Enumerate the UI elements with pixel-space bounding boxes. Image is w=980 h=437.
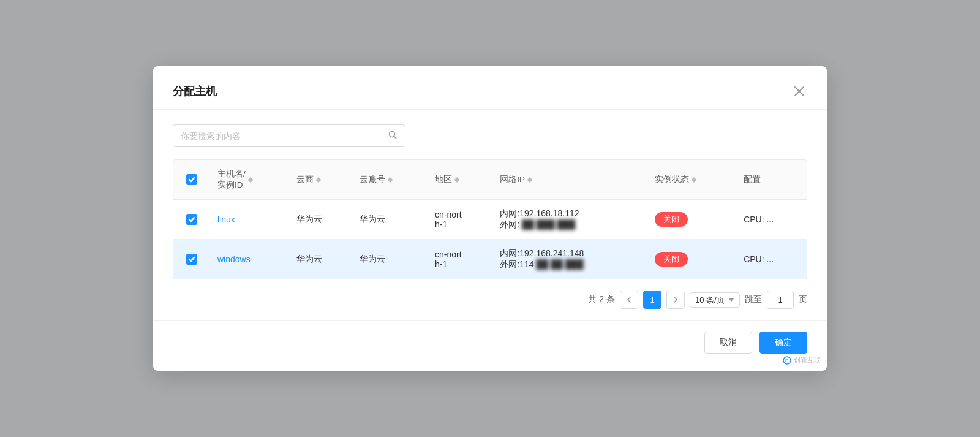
search-input[interactable] bbox=[181, 131, 388, 141]
jump-input[interactable] bbox=[767, 291, 794, 309]
next-page-button[interactable] bbox=[666, 291, 685, 309]
page-1-button[interactable]: 1 bbox=[643, 291, 662, 309]
total-label: 共 2 条 bbox=[588, 294, 615, 305]
row-checkbox-1[interactable] bbox=[186, 214, 197, 225]
sort-region-icon[interactable] bbox=[454, 177, 459, 183]
sort-hostname-icon[interactable] bbox=[248, 177, 253, 183]
th-cloud-account: 云账号 bbox=[352, 160, 428, 200]
td-vendor-2: 华为云 bbox=[289, 240, 353, 279]
status-badge-1: 关闭 bbox=[655, 212, 688, 227]
th-cloud-vendor: 云商 bbox=[289, 160, 353, 200]
td-checkbox-1 bbox=[173, 200, 210, 240]
td-ip-1: 内网:192.168.18.112 外网: ██ ███ ███ bbox=[492, 200, 647, 240]
th-config: 配置 bbox=[736, 160, 807, 200]
th-hostname: 主机名/实例ID bbox=[210, 160, 289, 200]
table-row: linux 华为云 华为云 cn-north-1 内网:192.168.18.1… bbox=[173, 200, 807, 240]
status-badge-2: 关闭 bbox=[655, 252, 688, 267]
page-unit-label: 页 bbox=[799, 294, 807, 305]
header-checkbox[interactable] bbox=[186, 174, 197, 185]
td-config-2: CPU: ... bbox=[736, 240, 807, 279]
modal-body: 主机名/实例ID 云商 bbox=[153, 110, 827, 320]
modal-footer: 取消 确定 bbox=[153, 320, 827, 371]
td-status-2: 关闭 bbox=[647, 240, 736, 279]
search-icon bbox=[388, 130, 398, 142]
td-config-1: CPU: ... bbox=[736, 200, 807, 240]
row-checkbox-2[interactable] bbox=[186, 254, 197, 265]
td-region-1: cn-north-1 bbox=[428, 200, 492, 240]
hostname-link-1[interactable]: linux bbox=[217, 215, 235, 224]
sort-account-icon[interactable] bbox=[388, 177, 393, 183]
jump-label: 跳至 bbox=[745, 294, 762, 305]
per-page-select[interactable]: 10 条/页 20 条/页 50 条/页 bbox=[690, 292, 740, 308]
modal-dialog: 分配主机 bbox=[153, 66, 827, 371]
hosts-table: 主机名/实例ID 云商 bbox=[173, 159, 807, 279]
th-network-ip: 网络IP bbox=[492, 160, 647, 200]
th-checkbox bbox=[173, 160, 210, 200]
search-bar bbox=[173, 124, 405, 147]
td-status-1: 关闭 bbox=[647, 200, 736, 240]
td-hostname-1: linux bbox=[210, 200, 289, 240]
hostname-link-2[interactable]: windows bbox=[217, 254, 251, 264]
th-region: 地区 bbox=[428, 160, 492, 200]
modal-title: 分配主机 bbox=[173, 84, 217, 99]
svg-line-3 bbox=[394, 137, 397, 139]
td-checkbox-2 bbox=[173, 240, 210, 279]
modal-header: 分配主机 bbox=[153, 66, 827, 110]
table-header-row: 主机名/实例ID 云商 bbox=[173, 160, 807, 200]
prev-page-button[interactable] bbox=[620, 291, 638, 309]
close-button[interactable] bbox=[791, 83, 807, 99]
modal-overlay: 分配主机 bbox=[0, 0, 980, 437]
sort-ip-icon[interactable] bbox=[527, 177, 532, 183]
confirm-button[interactable]: 确定 bbox=[760, 332, 807, 354]
sort-vendor-icon[interactable] bbox=[316, 177, 321, 183]
td-vendor-1: 华为云 bbox=[289, 200, 353, 240]
td-account-2: 华为云 bbox=[352, 240, 428, 279]
td-account-1: 华为云 bbox=[352, 200, 428, 240]
td-ip-2: 内网:192.168.241.148 外网:114 ██ ██ ███ bbox=[492, 240, 647, 279]
td-hostname-2: windows bbox=[210, 240, 289, 279]
table-row: windows 华为云 华为云 cn-north-1 内网:192.168.24… bbox=[173, 240, 807, 279]
watermark: C 创新互联 bbox=[783, 355, 821, 365]
cancel-button[interactable]: 取消 bbox=[704, 332, 752, 354]
td-region-2: cn-north-1 bbox=[428, 240, 492, 279]
sort-status-icon[interactable] bbox=[692, 177, 696, 183]
pagination: 共 2 条 1 10 条/页 20 条/页 50 条/页 跳至 页 bbox=[173, 279, 807, 320]
svg-text:C: C bbox=[785, 359, 788, 363]
th-status: 实例状态 bbox=[647, 160, 736, 200]
